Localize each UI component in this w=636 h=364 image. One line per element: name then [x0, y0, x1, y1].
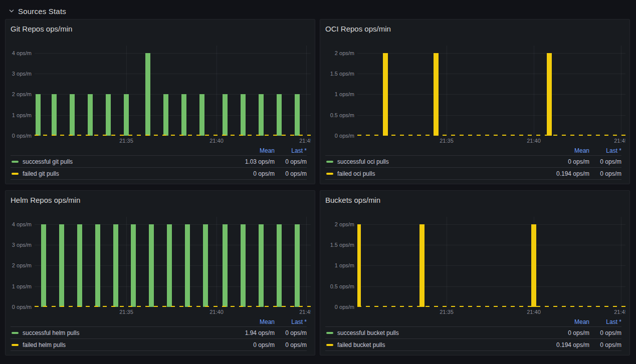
series-label[interactable]: failed oci pulls — [337, 170, 544, 177]
gridline — [357, 286, 625, 287]
gridline — [357, 74, 625, 74]
panel-title[interactable]: Helm Repos ops/min — [6, 191, 315, 205]
series-color-swatch — [326, 332, 333, 334]
series-color-swatch — [326, 344, 333, 346]
panel-title[interactable]: Buckets ops/min — [320, 191, 629, 205]
series-last-value: 0 ops/m — [275, 341, 307, 348]
gridline — [357, 224, 625, 225]
x-axis-tick-label: 21:40 — [209, 138, 224, 144]
series-mean-value: 0.194 ops/m — [544, 170, 589, 177]
bar-successful-git-pulls — [199, 94, 204, 136]
plot-area — [357, 217, 625, 307]
bar-successful-helm-pulls — [241, 224, 246, 307]
series-label[interactable]: successful oci pulls — [337, 158, 544, 165]
legend-header-mean[interactable]: Mean — [230, 318, 275, 325]
x-axis-tick-label: 21:40 — [209, 309, 224, 315]
gridline — [35, 53, 311, 54]
bar-successful-helm-pulls — [277, 224, 282, 307]
series-color-swatch — [326, 173, 333, 175]
y-axis-tick-label: 1.5 ops/m — [330, 241, 354, 248]
bar-successful-helm-pulls — [203, 224, 208, 307]
legend-row: successful oci pulls 0 ops/m 0 ops/m — [325, 156, 621, 168]
gridline — [357, 265, 625, 266]
series-last-value: 0 ops/m — [275, 329, 307, 336]
y-axis-tick-label: 4 ops/m — [12, 50, 32, 57]
gridline — [534, 46, 534, 136]
plot-area — [35, 46, 311, 136]
gridline — [35, 74, 311, 74]
y-axis: 0 ops/m1 ops/m2 ops/m3 ops/m4 ops/m — [11, 46, 35, 136]
gridline — [35, 286, 311, 287]
y-axis-tick-label: 3 ops/m — [12, 241, 32, 248]
legend-header-last[interactable]: Last * — [275, 147, 307, 154]
gridline — [126, 217, 127, 307]
legend-row: failed helm pulls 0 ops/m 0 ops/m — [11, 339, 307, 351]
bar-successful-git-pulls — [52, 94, 57, 136]
gridline — [621, 46, 621, 136]
legend-header-last[interactable]: Last * — [589, 147, 621, 154]
legend-header-row: Mean Last * — [325, 146, 621, 156]
series-label[interactable]: successful helm pulls — [23, 329, 230, 336]
y-axis-tick-label: 1.5 ops/m — [330, 70, 354, 77]
y-axis-tick-label: 3 ops/m — [12, 70, 32, 77]
gridline — [35, 224, 311, 225]
bar-successful-helm-pulls — [113, 224, 118, 307]
x-axis: 21:3521:4021:45 — [357, 307, 625, 316]
x-axis-tick-label: 21:45 — [299, 309, 311, 315]
series-label[interactable]: failed bucket pulls — [337, 341, 544, 348]
x-axis: 21:3521:4021:45 — [35, 136, 311, 145]
bar-successful-helm-pulls — [295, 224, 300, 307]
bar-successful-git-pulls — [181, 94, 186, 136]
bar-successful-git-pulls — [106, 94, 111, 136]
panel-title[interactable]: OCI Repos ops/min — [320, 20, 629, 34]
series-color-swatch — [326, 161, 333, 163]
time-series-chart: 0 ops/m0.5 ops/m1 ops/m1.5 ops/m2 ops/m … — [325, 46, 625, 145]
legend-header-last[interactable]: Last * — [589, 318, 621, 325]
series-label[interactable]: failed git pulls — [23, 170, 230, 177]
bar-successful-git-pulls — [241, 94, 246, 136]
legend: Mean Last * successful helm pulls 1.94 o… — [11, 317, 307, 351]
bar-successful-git-pulls — [70, 94, 75, 136]
gridline — [357, 245, 625, 245]
gridline — [306, 46, 307, 136]
x-axis-tick-label: 21:35 — [440, 309, 454, 315]
y-axis-tick-label: 0 ops/m — [12, 132, 32, 139]
y-axis-tick-label: 2 ops/m — [335, 221, 354, 228]
bar-successful-helm-pulls — [95, 224, 100, 307]
series-color-swatch — [12, 344, 19, 346]
series-label[interactable]: successful bucket pulls — [337, 329, 544, 336]
legend-header-mean[interactable]: Mean — [230, 147, 275, 154]
y-axis-tick-label: 4 ops/m — [12, 221, 32, 228]
series-mean-value: 1.03 ops/m — [230, 158, 275, 165]
series-last-value: 0 ops/m — [589, 170, 621, 177]
series-label[interactable]: failed helm pulls — [23, 341, 230, 348]
gridline — [447, 46, 447, 136]
bar-successful-helm-pulls — [185, 224, 190, 307]
bar-successful-git-pulls — [223, 94, 228, 136]
bar-successful-helm-pulls — [77, 224, 82, 307]
gridline — [357, 94, 625, 95]
series-label[interactable]: successful git pulls — [23, 158, 230, 165]
bar-successful-helm-pulls — [41, 224, 46, 307]
panel-helm-repos: Helm Repos ops/min 0 ops/m1 ops/m2 ops/m… — [5, 190, 315, 355]
panel-oci-repos: OCI Repos ops/min 0 ops/m0.5 ops/m1 ops/… — [320, 19, 630, 184]
bar-successful-git-pulls — [124, 94, 129, 136]
time-series-chart: 0 ops/m0.5 ops/m1 ops/m1.5 ops/m2 ops/m … — [325, 217, 625, 316]
legend-header-last[interactable]: Last * — [275, 318, 307, 325]
bar-failed-bucket-pulls — [531, 224, 536, 307]
panel-title[interactable]: Git Repos ops/min — [6, 20, 315, 34]
x-axis-tick-label: 21:40 — [527, 138, 541, 144]
gridline — [357, 115, 625, 116]
x-axis-tick-label: 21:45 — [299, 138, 311, 144]
legend-header-mean[interactable]: Mean — [544, 147, 589, 154]
gridline — [35, 265, 311, 266]
legend-header-row: Mean Last * — [11, 146, 307, 156]
series-mean-value: 0.194 ops/m — [544, 341, 589, 348]
row-header-sources-stats[interactable]: Sources Stats — [8, 4, 630, 18]
legend-header-mean[interactable]: Mean — [544, 318, 589, 325]
bar-successful-helm-pulls — [223, 224, 228, 307]
y-axis-tick-label: 2 ops/m — [335, 50, 354, 57]
panel-grid: Git Repos ops/min 0 ops/m1 ops/m2 ops/m3… — [5, 19, 630, 355]
x-axis-tick-label: 21:35 — [440, 138, 454, 144]
series-mean-value: 0 ops/m — [544, 329, 589, 336]
